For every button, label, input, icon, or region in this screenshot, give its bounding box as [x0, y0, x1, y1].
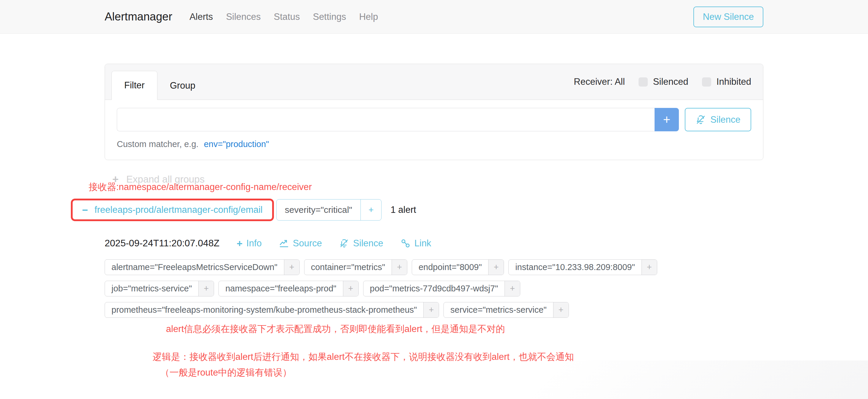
alert-label-text: namespace="freeleaps-prod": [219, 281, 343, 296]
source-action-label: Source: [293, 238, 322, 249]
alert-label-text: job="metrics-service": [105, 281, 198, 296]
annotation-line-1: alert信息必须在接收器下才表示配置成功，否则即使能看到alert，但是通知是…: [166, 323, 763, 335]
alert-label-text: service="metrics-service": [444, 302, 553, 317]
top-navbar: Alertmanager Alerts Silences Status Sett…: [0, 0, 868, 34]
collapse-icon: −: [82, 205, 88, 215]
silenced-checkbox[interactable]: Silenced: [639, 76, 688, 87]
filter-card: Filter Group Receiver: All Silenced Inhi…: [105, 64, 763, 160]
nav-item-settings[interactable]: Settings: [313, 11, 346, 22]
alert-label-tag: service="metrics-service" +: [443, 302, 568, 318]
nav-item-help[interactable]: Help: [359, 11, 378, 22]
receiver-group-label: freeleaps-prod/alertmanager-config/email: [95, 205, 262, 215]
add-matcher-button[interactable]: +: [655, 108, 679, 131]
filter-card-header: Filter Group Receiver: All Silenced Inhi…: [105, 64, 763, 100]
checkbox-icon[interactable]: [702, 78, 711, 87]
add-label-filter-button[interactable]: +: [198, 281, 214, 296]
matcher-helper: Custom matcher, e.g. env="production": [117, 139, 751, 149]
alert-label-tag: namespace="freeleaps-prod" +: [218, 281, 359, 297]
bell-slash-icon: [339, 238, 349, 248]
alert-label-text: prometheus="freeleaps-monitoring-system/…: [105, 302, 423, 317]
group-matcher-tag: severity="critical" +: [276, 199, 382, 220]
alert-label-tag: endpoint="8009" +: [412, 259, 504, 275]
link-icon: [401, 238, 410, 248]
link-action-label: Link: [414, 238, 431, 249]
alert-label-row: job="metrics-service" + namespace="freel…: [105, 281, 763, 297]
alert-label-tag: container="metrics" +: [304, 259, 407, 275]
alert-labels: alertname="FreeleapsMetricsServiceDown" …: [105, 259, 763, 318]
tab-filter[interactable]: Filter: [112, 71, 157, 100]
silenced-checkbox-label: Silenced: [653, 76, 688, 87]
nav-item-alerts[interactable]: Alerts: [189, 11, 213, 22]
add-label-filter-button[interactable]: +: [423, 302, 439, 317]
matcher-example-link[interactable]: env="production": [204, 139, 269, 149]
add-label-filter-button[interactable]: +: [284, 260, 300, 275]
silence-from-filter-button[interactable]: Silence: [685, 108, 751, 131]
filter-card-body: + Silence Custom matcher, e.g. env="prod…: [105, 100, 763, 160]
alert-label-row: alertname="FreeleapsMetricsServiceDown" …: [105, 259, 763, 275]
alert-label-text: container="metrics": [305, 260, 392, 275]
group-matcher-label[interactable]: severity="critical": [277, 200, 361, 220]
alert-label-tag: job="metrics-service" +: [105, 281, 214, 297]
alert-label-text: instance="10.233.98.209:8009": [509, 260, 642, 275]
filter-tabs: Filter Group: [112, 71, 208, 100]
annotation-line-3: （一般是route中的逻辑有错误）: [160, 366, 763, 379]
alert-group-row: − freeleaps-prod/alertmanager-config/ema…: [71, 198, 763, 221]
group-matcher-add-button[interactable]: +: [361, 200, 381, 220]
alert-count: 1 alert: [391, 205, 416, 215]
app-brand[interactable]: Alertmanager: [105, 10, 172, 23]
alert-detail: 2025-09-24T11:20:07.048Z + Info Source: [105, 238, 763, 318]
alert-label-tag: instance="10.233.98.209:8009" +: [508, 259, 657, 275]
alert-label-text: alertname="FreeleapsMetricsServiceDown": [105, 260, 284, 275]
link-action-link[interactable]: Link: [401, 238, 431, 249]
info-action-label: Info: [246, 238, 262, 249]
annotation-block: 逻辑是：接收器收到alert后进行通知，如果alert不在接收器下，说明接收器没…: [153, 351, 763, 379]
add-label-filter-button[interactable]: +: [392, 260, 407, 275]
plus-icon: +: [237, 238, 243, 248]
tab-group[interactable]: Group: [157, 71, 208, 100]
receiver-highlight-box: − freeleaps-prod/alertmanager-config/ema…: [71, 198, 274, 221]
annotation-receiver-note: 接收器:namespace/altermanager-config-name/r…: [89, 181, 763, 193]
source-action-link[interactable]: Source: [279, 238, 322, 249]
nav-item-silences[interactable]: Silences: [226, 11, 260, 22]
alert-label-row: prometheus="freeleaps-monitoring-system/…: [105, 302, 763, 318]
alert-label-tag: prometheus="freeleaps-monitoring-system/…: [105, 302, 439, 318]
alert-label-tag: pod="metrics-77d9cdb497-wdsj7" +: [363, 281, 520, 297]
alert-label-tag: alertname="FreeleapsMetricsServiceDown" …: [105, 259, 300, 275]
silence-button-label: Silence: [710, 115, 741, 125]
alert-label-text: pod="metrics-77d9cdb497-wdsj7": [364, 281, 504, 296]
chart-icon: [279, 238, 289, 248]
add-label-filter-button[interactable]: +: [642, 260, 657, 275]
helper-text: Custom matcher, e.g.: [117, 139, 198, 149]
nav-item-status[interactable]: Status: [274, 11, 300, 22]
silence-action-label: Silence: [353, 238, 383, 249]
add-label-filter-button[interactable]: +: [504, 281, 520, 296]
receiver-group-link[interactable]: − freeleaps-prod/alertmanager-config/ema…: [73, 201, 272, 219]
add-label-filter-button[interactable]: +: [343, 281, 359, 296]
inhibited-checkbox[interactable]: Inhibited: [702, 76, 751, 87]
annotation-line-2: 逻辑是：接收器收到alert后进行通知，如果alert不在接收器下，说明接收器没…: [153, 351, 763, 363]
receiver-filter[interactable]: Receiver: All: [574, 76, 625, 87]
new-silence-button[interactable]: New Silence: [693, 6, 763, 27]
alert-timestamp: 2025-09-24T11:20:07.048Z: [105, 238, 219, 249]
add-label-filter-button[interactable]: +: [488, 260, 504, 275]
matcher-input[interactable]: [117, 108, 655, 131]
checkbox-icon[interactable]: [639, 78, 648, 87]
info-action-link[interactable]: + Info: [237, 238, 262, 249]
add-label-filter-button[interactable]: +: [553, 302, 568, 317]
silence-action-link[interactable]: Silence: [339, 238, 383, 249]
inhibited-checkbox-label: Inhibited: [716, 76, 751, 87]
alert-label-text: endpoint="8009": [412, 260, 488, 275]
bell-slash-icon: [695, 115, 706, 125]
